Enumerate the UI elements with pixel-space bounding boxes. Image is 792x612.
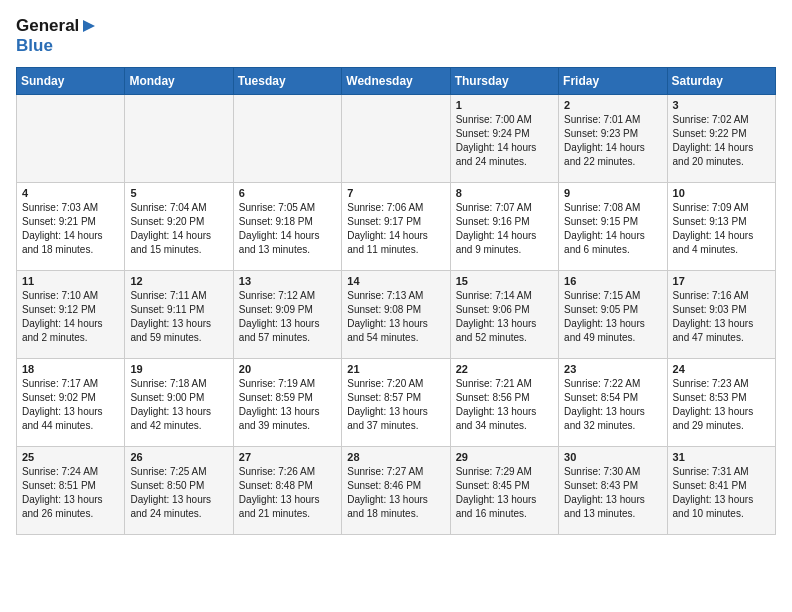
cell-content: Sunrise: 7:24 AMSunset: 8:51 PMDaylight:… <box>22 465 119 521</box>
calendar-cell: 27 Sunrise: 7:26 AMSunset: 8:48 PMDaylig… <box>233 447 341 535</box>
cell-content: Sunrise: 7:02 AMSunset: 9:22 PMDaylight:… <box>673 113 770 169</box>
cell-content: Sunrise: 7:17 AMSunset: 9:02 PMDaylight:… <box>22 377 119 433</box>
cell-content: Sunrise: 7:10 AMSunset: 9:12 PMDaylight:… <box>22 289 119 345</box>
cell-content: Sunrise: 7:07 AMSunset: 9:16 PMDaylight:… <box>456 201 553 257</box>
calendar-cell: 1 Sunrise: 7:00 AMSunset: 9:24 PMDayligh… <box>450 95 558 183</box>
calendar-cell: 24 Sunrise: 7:23 AMSunset: 8:53 PMDaylig… <box>667 359 775 447</box>
day-number: 26 <box>130 451 227 463</box>
cell-content: Sunrise: 7:06 AMSunset: 9:17 PMDaylight:… <box>347 201 444 257</box>
logo: General Blue <box>16 16 97 55</box>
cell-content: Sunrise: 7:13 AMSunset: 9:08 PMDaylight:… <box>347 289 444 345</box>
calendar-cell: 16 Sunrise: 7:15 AMSunset: 9:05 PMDaylig… <box>559 271 667 359</box>
calendar-cell: 30 Sunrise: 7:30 AMSunset: 8:43 PMDaylig… <box>559 447 667 535</box>
cell-content: Sunrise: 7:12 AMSunset: 9:09 PMDaylight:… <box>239 289 336 345</box>
cell-content: Sunrise: 7:31 AMSunset: 8:41 PMDaylight:… <box>673 465 770 521</box>
cell-content: Sunrise: 7:20 AMSunset: 8:57 PMDaylight:… <box>347 377 444 433</box>
cell-content: Sunrise: 7:04 AMSunset: 9:20 PMDaylight:… <box>130 201 227 257</box>
day-number: 27 <box>239 451 336 463</box>
day-of-week-header: Friday <box>559 68 667 95</box>
page-header: General Blue <box>16 16 776 55</box>
cell-content: Sunrise: 7:26 AMSunset: 8:48 PMDaylight:… <box>239 465 336 521</box>
day-number: 29 <box>456 451 553 463</box>
calendar-cell: 22 Sunrise: 7:21 AMSunset: 8:56 PMDaylig… <box>450 359 558 447</box>
calendar-cell: 29 Sunrise: 7:29 AMSunset: 8:45 PMDaylig… <box>450 447 558 535</box>
calendar-cell: 9 Sunrise: 7:08 AMSunset: 9:15 PMDayligh… <box>559 183 667 271</box>
day-number: 13 <box>239 275 336 287</box>
calendar-cell: 20 Sunrise: 7:19 AMSunset: 8:59 PMDaylig… <box>233 359 341 447</box>
calendar-cell: 28 Sunrise: 7:27 AMSunset: 8:46 PMDaylig… <box>342 447 450 535</box>
day-number: 1 <box>456 99 553 111</box>
calendar-cell: 13 Sunrise: 7:12 AMSunset: 9:09 PMDaylig… <box>233 271 341 359</box>
calendar-cell: 19 Sunrise: 7:18 AMSunset: 9:00 PMDaylig… <box>125 359 233 447</box>
day-number: 9 <box>564 187 661 199</box>
calendar-cell: 10 Sunrise: 7:09 AMSunset: 9:13 PMDaylig… <box>667 183 775 271</box>
calendar-cell: 8 Sunrise: 7:07 AMSunset: 9:16 PMDayligh… <box>450 183 558 271</box>
calendar-cell: 21 Sunrise: 7:20 AMSunset: 8:57 PMDaylig… <box>342 359 450 447</box>
calendar-cell: 12 Sunrise: 7:11 AMSunset: 9:11 PMDaylig… <box>125 271 233 359</box>
calendar-cell: 3 Sunrise: 7:02 AMSunset: 9:22 PMDayligh… <box>667 95 775 183</box>
day-of-week-header: Tuesday <box>233 68 341 95</box>
calendar-cell: 23 Sunrise: 7:22 AMSunset: 8:54 PMDaylig… <box>559 359 667 447</box>
day-number: 16 <box>564 275 661 287</box>
day-number: 28 <box>347 451 444 463</box>
calendar-cell <box>233 95 341 183</box>
day-number: 12 <box>130 275 227 287</box>
cell-content: Sunrise: 7:19 AMSunset: 8:59 PMDaylight:… <box>239 377 336 433</box>
day-number: 24 <box>673 363 770 375</box>
calendar-cell: 11 Sunrise: 7:10 AMSunset: 9:12 PMDaylig… <box>17 271 125 359</box>
cell-content: Sunrise: 7:15 AMSunset: 9:05 PMDaylight:… <box>564 289 661 345</box>
day-number: 31 <box>673 451 770 463</box>
day-number: 23 <box>564 363 661 375</box>
day-number: 7 <box>347 187 444 199</box>
day-of-week-header: Monday <box>125 68 233 95</box>
calendar-cell <box>17 95 125 183</box>
cell-content: Sunrise: 7:01 AMSunset: 9:23 PMDaylight:… <box>564 113 661 169</box>
day-number: 4 <box>22 187 119 199</box>
calendar-cell: 6 Sunrise: 7:05 AMSunset: 9:18 PMDayligh… <box>233 183 341 271</box>
calendar-cell: 5 Sunrise: 7:04 AMSunset: 9:20 PMDayligh… <box>125 183 233 271</box>
day-number: 2 <box>564 99 661 111</box>
day-number: 18 <box>22 363 119 375</box>
day-number: 19 <box>130 363 227 375</box>
day-of-week-header: Saturday <box>667 68 775 95</box>
calendar-cell: 17 Sunrise: 7:16 AMSunset: 9:03 PMDaylig… <box>667 271 775 359</box>
calendar-cell: 2 Sunrise: 7:01 AMSunset: 9:23 PMDayligh… <box>559 95 667 183</box>
calendar-cell: 7 Sunrise: 7:06 AMSunset: 9:17 PMDayligh… <box>342 183 450 271</box>
calendar-cell: 18 Sunrise: 7:17 AMSunset: 9:02 PMDaylig… <box>17 359 125 447</box>
cell-content: Sunrise: 7:27 AMSunset: 8:46 PMDaylight:… <box>347 465 444 521</box>
day-number: 17 <box>673 275 770 287</box>
cell-content: Sunrise: 7:23 AMSunset: 8:53 PMDaylight:… <box>673 377 770 433</box>
day-number: 14 <box>347 275 444 287</box>
cell-content: Sunrise: 7:16 AMSunset: 9:03 PMDaylight:… <box>673 289 770 345</box>
calendar-cell: 25 Sunrise: 7:24 AMSunset: 8:51 PMDaylig… <box>17 447 125 535</box>
day-number: 20 <box>239 363 336 375</box>
calendar-cell <box>125 95 233 183</box>
day-number: 5 <box>130 187 227 199</box>
day-number: 8 <box>456 187 553 199</box>
day-number: 6 <box>239 187 336 199</box>
day-number: 3 <box>673 99 770 111</box>
calendar-cell: 31 Sunrise: 7:31 AMSunset: 8:41 PMDaylig… <box>667 447 775 535</box>
day-number: 22 <box>456 363 553 375</box>
day-number: 11 <box>22 275 119 287</box>
day-number: 25 <box>22 451 119 463</box>
day-of-week-header: Wednesday <box>342 68 450 95</box>
day-of-week-header: Sunday <box>17 68 125 95</box>
day-number: 21 <box>347 363 444 375</box>
cell-content: Sunrise: 7:18 AMSunset: 9:00 PMDaylight:… <box>130 377 227 433</box>
svg-marker-0 <box>83 20 95 32</box>
calendar-cell: 26 Sunrise: 7:25 AMSunset: 8:50 PMDaylig… <box>125 447 233 535</box>
day-of-week-header: Thursday <box>450 68 558 95</box>
calendar-cell: 14 Sunrise: 7:13 AMSunset: 9:08 PMDaylig… <box>342 271 450 359</box>
calendar-table: SundayMondayTuesdayWednesdayThursdayFrid… <box>16 67 776 535</box>
cell-content: Sunrise: 7:25 AMSunset: 8:50 PMDaylight:… <box>130 465 227 521</box>
cell-content: Sunrise: 7:30 AMSunset: 8:43 PMDaylight:… <box>564 465 661 521</box>
day-number: 15 <box>456 275 553 287</box>
cell-content: Sunrise: 7:08 AMSunset: 9:15 PMDaylight:… <box>564 201 661 257</box>
calendar-cell: 4 Sunrise: 7:03 AMSunset: 9:21 PMDayligh… <box>17 183 125 271</box>
cell-content: Sunrise: 7:29 AMSunset: 8:45 PMDaylight:… <box>456 465 553 521</box>
cell-content: Sunrise: 7:09 AMSunset: 9:13 PMDaylight:… <box>673 201 770 257</box>
calendar-cell: 15 Sunrise: 7:14 AMSunset: 9:06 PMDaylig… <box>450 271 558 359</box>
cell-content: Sunrise: 7:11 AMSunset: 9:11 PMDaylight:… <box>130 289 227 345</box>
cell-content: Sunrise: 7:03 AMSunset: 9:21 PMDaylight:… <box>22 201 119 257</box>
